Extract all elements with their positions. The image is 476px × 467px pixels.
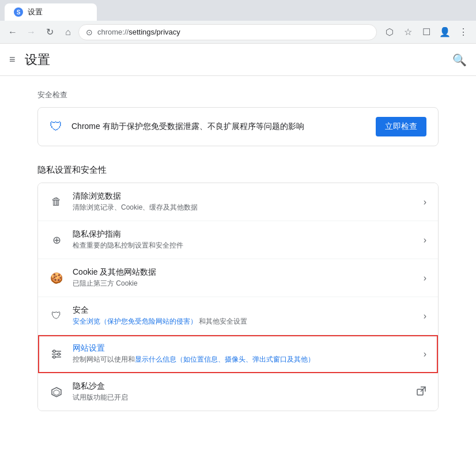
cookies-text: Cookie 及其他网站数据 已阻止第三方 Cookie: [73, 267, 414, 288]
tab-bar: S 设置: [0, 0, 476, 21]
privacy-guide-text: 隐私保护指南 检查重要的隐私控制设置和安全控件: [73, 229, 414, 250]
privacy-sandbox-text: 隐私沙盒 试用版功能已开启: [73, 381, 407, 403]
home-button[interactable]: ⌂: [60, 24, 76, 40]
settings-page: ≡ 设置 🔍 安全检查 🛡 Chrome 有助于保护您免受数据泄露、不良扩展程序…: [0, 44, 476, 467]
site-settings-subtitle-prefix: 控制网站可以使用和: [73, 355, 135, 363]
trash-icon: 🗑: [50, 195, 63, 209]
security-check-description: Chrome 有助于保护您免受数据泄露、不良扩展程序等问题的影响: [71, 122, 367, 132]
page-title: 设置: [25, 51, 50, 69]
more-button[interactable]: ⋮: [455, 24, 471, 40]
cookies-icon: 🍪: [50, 271, 63, 285]
privacy-guide-title: 隐私保护指南: [73, 229, 414, 240]
search-icon[interactable]: 🔍: [452, 53, 467, 67]
settings-item-clear-browsing[interactable]: 🗑 清除浏览数据 清除浏览记录、Cookie、缓存及其他数据 ›: [38, 183, 438, 221]
privacy-guide-icon: ⊕: [50, 233, 63, 247]
cookies-title: Cookie 及其他网站数据: [73, 267, 414, 278]
settings-content: 安全检查 🛡 Chrome 有助于保护您免受数据泄露、不良扩展程序等问题的影响 …: [19, 76, 457, 425]
site-settings-subtitle-link: 显示什么信息（如位置信息、摄像头、弹出式窗口及其他）: [135, 355, 315, 363]
clear-browsing-subtitle: 清除浏览记录、Cookie、缓存及其他数据: [73, 203, 414, 212]
address-favicon: ⊙: [86, 28, 93, 37]
security-shield-icon: 🛡: [50, 119, 62, 134]
sandbox-icon: [50, 385, 63, 399]
browser-nav-icons: ⬡ ☆ ☐ 👤 ⋮: [381, 24, 471, 40]
security-subtitle-text: 和其他安全设置: [199, 317, 247, 325]
site-settings-title: 网站设置: [73, 343, 414, 354]
address-bar[interactable]: ⊙ chrome://settings/privacy: [78, 24, 377, 40]
cookies-subtitle: 已阻止第三方 Cookie: [73, 279, 414, 288]
share-button[interactable]: ⬡: [381, 24, 398, 40]
security-subtitle: 安全浏览（保护您免受危险网站的侵害） 和其他安全设置: [73, 317, 414, 326]
star-button[interactable]: ☆: [400, 24, 416, 40]
security-check-card: 🛡 Chrome 有助于保护您免受数据泄露、不良扩展程序等问题的影响 立即检查: [37, 107, 439, 146]
tab-favicon: S: [14, 7, 23, 17]
site-settings-subtitle: 控制网站可以使用和显示什么信息（如位置信息、摄像头、弹出式窗口及其他）: [73, 355, 414, 365]
privacy-sandbox-subtitle: 试用版功能已开启: [73, 393, 407, 403]
cookies-arrow: ›: [424, 273, 426, 283]
browser-frame: S 设置 ← → ↻ ⌂ ⊙ chrome://settings/privacy…: [0, 0, 476, 467]
window-button[interactable]: ☐: [418, 24, 435, 40]
settings-item-privacy-sandbox[interactable]: 隐私沙盒 试用版功能已开启: [38, 373, 438, 411]
back-button[interactable]: ←: [5, 24, 21, 40]
privacy-sandbox-title: 隐私沙盒: [73, 381, 407, 392]
tab-label: 设置: [28, 7, 43, 17]
address-text: chrome://settings/privacy: [97, 28, 369, 36]
browser-tab[interactable]: S 设置: [5, 3, 97, 21]
forward-button[interactable]: →: [23, 24, 39, 40]
security-title: 安全: [73, 305, 414, 316]
privacy-sandbox-external-icon: [416, 386, 426, 398]
security-arrow: ›: [424, 311, 426, 321]
clear-browsing-arrow: ›: [424, 197, 426, 207]
site-settings-icon: [50, 347, 63, 361]
settings-item-site-settings[interactable]: 网站设置 控制网站可以使用和显示什么信息（如位置信息、摄像头、弹出式窗口及其他）…: [38, 335, 438, 373]
reload-button[interactable]: ↻: [41, 24, 58, 40]
security-check-section-title: 安全检查: [37, 90, 439, 100]
menu-icon[interactable]: ≡: [9, 54, 16, 66]
svg-marker-7: [54, 390, 59, 396]
security-subtitle-link: 安全浏览（保护您免受危险网站的侵害）: [73, 317, 197, 325]
privacy-settings-list: 🗑 清除浏览数据 清除浏览记录、Cookie、缓存及其他数据 › ⊕ 隐私保护指…: [37, 183, 439, 411]
site-settings-text: 网站设置 控制网站可以使用和显示什么信息（如位置信息、摄像头、弹出式窗口及其他）: [73, 343, 414, 365]
privacy-guide-arrow: ›: [424, 235, 426, 245]
address-protocol: chrome://: [97, 28, 129, 36]
svg-point-5: [53, 356, 55, 358]
settings-item-cookies[interactable]: 🍪 Cookie 及其他网站数据 已阻止第三方 Cookie ›: [38, 259, 438, 297]
nav-bar: ← → ↻ ⌂ ⊙ chrome://settings/privacy ⬡ ☆ …: [0, 21, 476, 44]
address-path: settings/privacy: [129, 28, 180, 36]
settings-header: ≡ 设置 🔍: [0, 44, 476, 76]
check-now-button[interactable]: 立即检查: [376, 117, 426, 136]
svg-point-4: [58, 353, 60, 355]
settings-item-privacy-guide[interactable]: ⊕ 隐私保护指南 检查重要的隐私控制设置和安全控件 ›: [38, 221, 438, 259]
security-icon: 🛡: [50, 309, 63, 323]
settings-item-security[interactable]: 🛡 安全 安全浏览（保护您免受危险网站的侵害） 和其他安全设置 ›: [38, 297, 438, 335]
privacy-guide-subtitle: 检查重要的隐私控制设置和安全控件: [73, 241, 414, 250]
profile-button[interactable]: 👤: [437, 24, 453, 40]
clear-browsing-text: 清除浏览数据 清除浏览记录、Cookie、缓存及其他数据: [73, 191, 414, 212]
svg-point-3: [53, 350, 55, 352]
privacy-section-title: 隐私设置和安全性: [37, 165, 439, 176]
security-text: 安全 安全浏览（保护您免受危险网站的侵害） 和其他安全设置: [73, 305, 414, 326]
clear-browsing-title: 清除浏览数据: [73, 191, 414, 202]
site-settings-arrow: ›: [424, 349, 426, 359]
